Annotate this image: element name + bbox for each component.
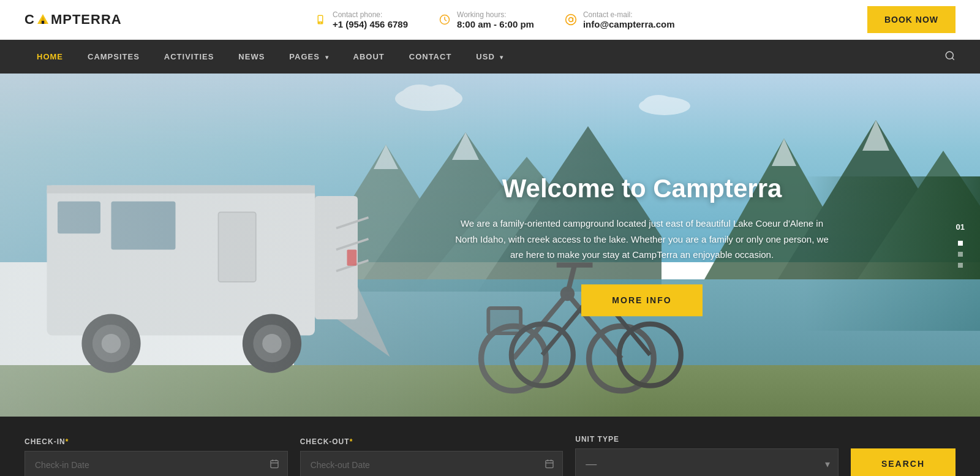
logo-text-rest: MPTERRA: [51, 12, 122, 28]
logo-tent-icon: [36, 13, 50, 26]
email-icon: [565, 13, 577, 26]
top-info: Contact phone: +1 (954) 456 6789 Working…: [122, 10, 867, 29]
nav-item-home[interactable]: HOME: [24, 41, 75, 72]
nav-item-activities[interactable]: ACTIVITIES: [152, 41, 227, 72]
book-now-button[interactable]: BOOK NOW: [867, 6, 956, 33]
svg-line-12: [952, 58, 954, 59]
slide-dot-3[interactable]: [958, 263, 963, 268]
checkout-field: Check-out*: [300, 437, 564, 476]
svg-rect-4: [318, 16, 322, 21]
nav-links: HOME CAMPSITES ACTIVITIES NEWS PAGES ▾ A…: [24, 41, 516, 72]
svg-point-11: [946, 51, 953, 59]
clock-icon: [439, 13, 451, 26]
checkout-input[interactable]: [300, 451, 564, 476]
svg-point-5: [320, 23, 321, 24]
hours-info-text: Working hours: 8:00 am - 6:00 pm: [457, 10, 534, 29]
hours-info: Working hours: 8:00 am - 6:00 pm: [439, 10, 534, 29]
unit-type-label: Unit type: [575, 435, 839, 444]
svg-rect-58: [271, 461, 278, 468]
checkin-label: Check-in*: [24, 437, 288, 446]
nav-item-usd[interactable]: USD ▾: [464, 41, 516, 72]
calendar-icon-checkin: [270, 459, 279, 471]
nav-link-usd[interactable]: USD ▾: [464, 41, 516, 72]
hero-section: Welcome to Campterra We are a family-ori…: [0, 74, 980, 417]
checkout-label: Check-out*: [300, 437, 564, 446]
hours-label: Working hours:: [457, 10, 534, 19]
usd-arrow-icon: ▾: [500, 54, 503, 61]
unit-type-select-wrap: — Tent RV Cabin ▾: [575, 448, 839, 476]
phone-label: Contact phone:: [333, 10, 408, 19]
slide-indicators: 01: [956, 222, 965, 268]
logo[interactable]: C MPTERRA: [24, 12, 122, 28]
slide-dot-1[interactable]: [958, 241, 963, 246]
nav-item-pages[interactable]: PAGES ▾: [277, 41, 341, 72]
checkin-input[interactable]: [24, 451, 288, 476]
hero-cta-button[interactable]: MORE INFO: [581, 284, 702, 316]
hero-description: We are a family-oriented campground loca…: [452, 216, 832, 263]
checkin-required: *: [66, 437, 69, 446]
svg-line-8: [445, 20, 447, 21]
email-label: Contact e-mail:: [583, 10, 675, 19]
checkin-input-wrap: [24, 451, 288, 476]
svg-rect-62: [546, 461, 553, 468]
slide-dot-2[interactable]: [958, 252, 963, 257]
unit-type-select[interactable]: — Tent RV Cabin: [575, 448, 839, 476]
nav-link-news[interactable]: NEWS: [226, 41, 277, 72]
navbar: HOME CAMPSITES ACTIVITIES NEWS PAGES ▾ A…: [0, 40, 980, 74]
email-value: info@campterra.com: [583, 19, 675, 29]
nav-link-home[interactable]: HOME: [24, 41, 75, 72]
slide-current-number: 01: [956, 222, 965, 232]
pages-arrow-icon: ▾: [325, 54, 329, 61]
logo-text-c: C: [24, 12, 35, 28]
hours-value: 8:00 am - 6:00 pm: [457, 19, 534, 29]
phone-info: Contact phone: +1 (954) 456 6789: [314, 10, 408, 29]
nav-item-contact[interactable]: CONTACT: [397, 41, 464, 72]
phone-info-text: Contact phone: +1 (954) 456 6789: [333, 10, 408, 29]
booking-bar: Check-in* Check-out*: [0, 417, 980, 476]
nav-link-activities[interactable]: ACTIVITIES: [152, 41, 227, 72]
checkout-required: *: [350, 437, 353, 446]
search-icon[interactable]: [944, 50, 956, 64]
nav-link-about[interactable]: ABOUT: [341, 41, 397, 72]
top-bar: C MPTERRA Contact phone: +1 (954) 45: [0, 0, 980, 40]
svg-point-9: [566, 15, 576, 25]
nav-link-campsites[interactable]: CAMPSITES: [75, 41, 152, 72]
unit-type-field: Unit type — Tent RV Cabin ▾: [575, 435, 839, 476]
hero-title: Welcome to Campterra: [452, 174, 832, 203]
email-info: Contact e-mail: info@campterra.com: [565, 10, 675, 29]
hero-content: Welcome to Campterra We are a family-ori…: [452, 174, 832, 316]
nav-item-about[interactable]: ABOUT: [341, 41, 397, 72]
email-info-text: Contact e-mail: info@campterra.com: [583, 10, 675, 29]
search-button[interactable]: SEARCH: [851, 448, 956, 476]
checkin-field: Check-in*: [24, 437, 288, 476]
nav-link-contact[interactable]: CONTACT: [397, 41, 464, 72]
nav-link-pages[interactable]: PAGES ▾: [277, 41, 341, 72]
phone-value: +1 (954) 456 6789: [333, 19, 408, 29]
checkout-input-wrap: [300, 451, 564, 476]
nav-item-campsites[interactable]: CAMPSITES: [75, 41, 152, 72]
calendar-icon-checkout: [545, 459, 554, 471]
nav-item-news[interactable]: NEWS: [226, 41, 277, 72]
svg-rect-2: [42, 21, 44, 24]
phone-icon: [314, 13, 326, 26]
